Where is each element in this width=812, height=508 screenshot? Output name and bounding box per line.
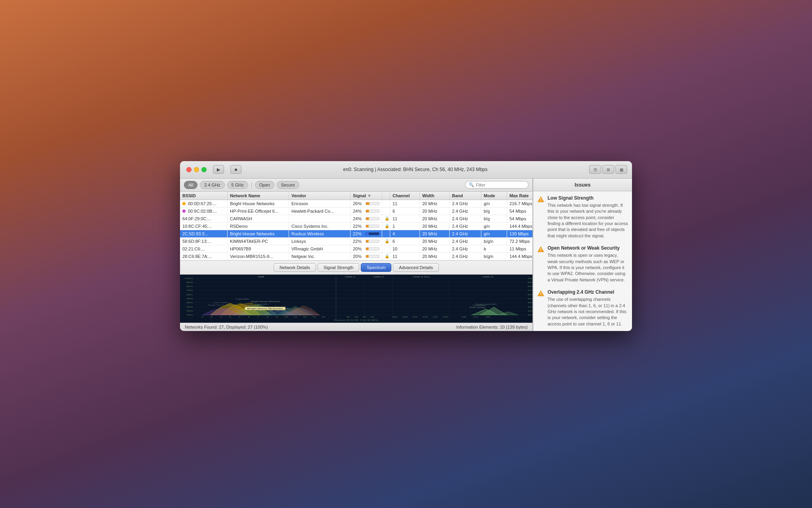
table-row[interactable]: 58:6D:8F:13:... KIMWHITAKER-PC Linksys 2… <box>180 238 532 245</box>
issue-overlapping-channel: ! Overlapping 2.4 GHz Channel The use of… <box>537 289 628 327</box>
view-btn-1[interactable]: ☰ <box>589 165 601 174</box>
cell-band: 2.4 GHz <box>450 245 481 252</box>
svg-text:80%: 80% <box>186 286 193 287</box>
svg-text:!: ! <box>540 248 541 252</box>
cell-vendor: VRmagic GmbH <box>289 245 350 252</box>
cell-name: HP-Print-EE-Officejet 6... <box>228 208 289 215</box>
svg-text:60%: 60% <box>528 294 532 295</box>
filter-2-4ghz[interactable]: 2.4 GHz <box>200 181 224 189</box>
svg-text:30%: 30% <box>186 306 193 308</box>
filter-secure[interactable]: Secure <box>277 181 299 189</box>
search-input[interactable] <box>476 183 525 187</box>
issue-1-title: Low Signal Strength <box>548 195 628 201</box>
warning-icon-2: ! <box>537 246 544 253</box>
svg-text:20%: 20% <box>528 310 532 312</box>
play-button[interactable]: ▶ <box>213 165 224 174</box>
warning-icon-3: ! <box>537 290 544 297</box>
cell-band: 2.4 GHz <box>450 208 481 215</box>
cell-band: 2.4 GHz <box>450 253 481 260</box>
table-row[interactable]: 00:0D:67:25:... Bright House Networks Er… <box>180 200 532 208</box>
minimize-button[interactable] <box>194 167 199 172</box>
cell-signal: 22% <box>350 223 382 230</box>
cell-name: HP0697B9 <box>228 245 289 252</box>
cell-channel: 6 <box>390 238 420 245</box>
tab-signal-strength[interactable]: Signal Strength <box>318 263 359 272</box>
cell-width: 20 MHz <box>420 215 450 222</box>
table-row[interactable]: 02:21:C6:... HP0697B9 VRmagic GmbH 20% 1… <box>180 245 532 253</box>
issue-2-content: Open Network or Weak Security This netwo… <box>548 245 628 283</box>
tab-advanced-details[interactable]: Advanced Details <box>393 263 439 272</box>
cell-signal: 20% <box>350 245 382 252</box>
view-btn-2[interactable]: ⊞ <box>602 165 614 174</box>
maximize-button[interactable] <box>201 167 207 172</box>
cell-lock: 🔒 <box>382 215 390 222</box>
svg-text:100%: 100% <box>185 277 193 279</box>
col-band: Band <box>450 192 481 200</box>
svg-text:149: 149 <box>461 316 467 318</box>
cell-name: CARWASH <box>228 215 289 222</box>
svg-text:10%: 10% <box>528 314 532 316</box>
svg-text:157: 157 <box>473 316 479 318</box>
cell-bssid: 10:8C:CF:45:... <box>180 223 228 230</box>
table-row-selected[interactable]: 2C:5D:93:3... Bright House Networks Ruck… <box>180 230 532 238</box>
tab-spectrum[interactable]: Spectrum <box>361 263 391 272</box>
svg-text:UNII-1: UNII-1 <box>345 276 356 278</box>
col-signal-extra <box>382 192 390 200</box>
cell-bssid: 28:C6:8E:7A:... <box>180 253 228 260</box>
svg-text:CableWiFi: CableWiFi <box>473 305 486 306</box>
table-row[interactable]: 00:9C:02:0B:... HP-Print-EE-Officejet 6.… <box>180 208 532 215</box>
col-signal[interactable]: Signal ▼ <box>350 192 382 200</box>
svg-text:!: ! <box>540 198 541 202</box>
table-row[interactable]: 10:8C:CF:45:... RSDemo Cisco Systems Inc… <box>180 223 532 230</box>
table-row[interactable]: 28:C6:8E:7A:... Verizon-MBR1515-9... Net… <box>180 253 532 260</box>
table-row[interactable]: 64:0F:29:0C:... CARWASH 24% 🔒 11 20 MHz <box>180 215 532 223</box>
cell-name: Bright House Networks <box>228 230 289 237</box>
svg-text:Ruckus:33:14:08, 4 @ 20 MHz: Ruckus:33:14:08, 4 @ 20 MHz <box>334 319 378 321</box>
spectrum-area: ISM UNII-1 UNII-2 UNII-2 Ext UNII-3 100%… <box>180 275 532 323</box>
warning-icon-1: ! <box>537 196 544 203</box>
col-vendor: Vendor <box>289 192 350 200</box>
cell-signal: 22% <box>350 230 382 237</box>
svg-text:1984: 1984 <box>243 305 249 306</box>
status-bar: Networks Found: 27, Displayed: 27 (100%)… <box>180 323 532 331</box>
left-panel: All 2.4 GHz 5 GHz Open Secure 🔍 BSSID Ne… <box>180 179 533 331</box>
cell-mode: g/n <box>481 223 507 230</box>
filter-5ghz[interactable]: 5 GHz <box>227 181 248 189</box>
cell-name: KIMWHITAKER-PC <box>228 238 289 245</box>
stop-button[interactable]: ■ <box>230 165 241 174</box>
cell-vendor <box>289 215 350 222</box>
cell-vendor: Ruckus Wireless <box>289 230 350 237</box>
svg-text:80%: 80% <box>528 286 532 287</box>
close-button[interactable] <box>186 167 192 172</box>
cell-name: RSDemo <box>228 223 289 230</box>
svg-text:70%: 70% <box>186 290 193 291</box>
col-channel: Channel <box>390 192 420 200</box>
cell-rate: 144.4 Mbps <box>507 253 533 260</box>
svg-text:UNII-2 Ext: UNII-2 Ext <box>413 276 429 278</box>
svg-text:7: 7 <box>257 316 259 318</box>
tab-network-details[interactable]: Network Details <box>274 263 316 272</box>
cell-bssid: 58:6D:8F:13:... <box>180 238 228 245</box>
svg-text:Bright House Networks: Bright House Networks <box>251 301 280 302</box>
main-window: ▶ ■ en0: Scanning | Associated: BHN Secu… <box>180 161 632 331</box>
cell-rate: 130 Mbps <box>507 230 533 237</box>
col-network-name: Network Name <box>228 192 289 200</box>
table-header: BSSID Network Name Vendor Signal ▼ Chann… <box>180 192 532 200</box>
svg-text:50%: 50% <box>186 298 193 299</box>
filter-open[interactable]: Open <box>255 181 274 189</box>
svg-text:UNII-2: UNII-2 <box>373 276 384 278</box>
cell-channel: 10 <box>390 245 420 252</box>
svg-text:90%: 90% <box>186 281 193 283</box>
view-buttons: ☰ ⊞ ▦ <box>589 165 627 174</box>
cell-rate: 144.4 Mbps <box>507 223 533 230</box>
svg-text:12: 12 <box>303 316 306 318</box>
spectrum-chart: ISM UNII-1 UNII-2 UNII-2 Ext UNII-3 100%… <box>180 275 532 323</box>
cell-channel: 4 <box>390 230 420 237</box>
view-btn-3[interactable]: ▦ <box>615 165 627 174</box>
main-content: All 2.4 GHz 5 GHz Open Secure 🔍 BSSID Ne… <box>180 179 632 331</box>
cell-band: 2.4 GHz <box>450 230 481 237</box>
svg-text:60%: 60% <box>186 294 193 295</box>
filter-all[interactable]: All <box>184 181 197 189</box>
cell-vendor: Linksys <box>289 238 350 245</box>
cell-rate: 54 Mbps <box>507 215 533 222</box>
